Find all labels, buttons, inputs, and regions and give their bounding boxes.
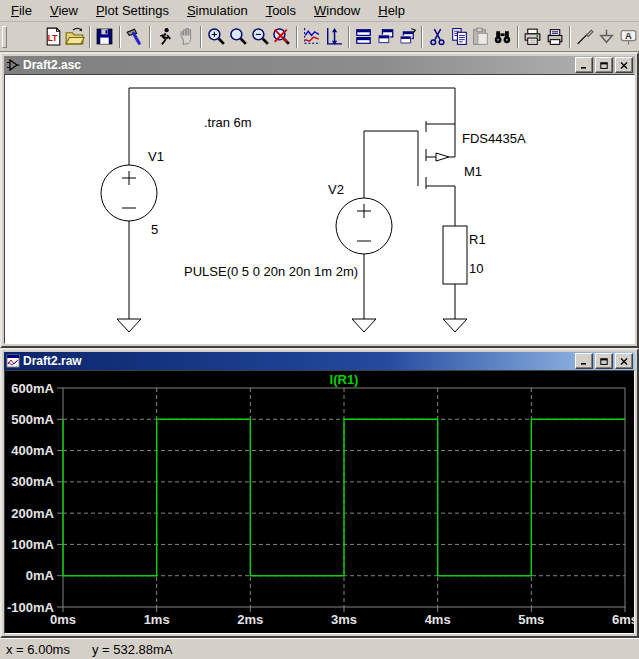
cursor-x-readout: x = 6.00ms xyxy=(6,642,70,657)
menu-plot-settings[interactable]: Plot Settings xyxy=(87,1,178,20)
close-icon xyxy=(620,62,628,69)
find-binoculars-icon xyxy=(492,26,513,47)
save-button[interactable] xyxy=(94,24,116,49)
y-tick-label: 200mA xyxy=(11,506,54,521)
x-tick-label: 0ms xyxy=(50,612,76,627)
save-floppy-icon xyxy=(94,26,115,47)
menu-file[interactable]: File xyxy=(2,1,41,20)
toolbar-gripper[interactable] xyxy=(2,26,7,48)
menu-bar: File View Plot Settings Simulation Tools… xyxy=(0,0,639,22)
y-tick-label: 300mA xyxy=(11,474,54,489)
schematic-window-icon xyxy=(6,58,20,72)
tile-horizontal-icon xyxy=(353,26,374,47)
waveform-plot[interactable]: 600mA500mA400mA300mA200mA100mA0mA-100mA0… xyxy=(5,371,634,633)
halt-hand-icon xyxy=(176,26,197,47)
m1-label[interactable]: M1 xyxy=(464,164,482,179)
r1-value[interactable]: 10 xyxy=(469,261,483,276)
zoom-full-extents-icon xyxy=(271,26,292,47)
zoom-in-button[interactable] xyxy=(205,24,227,49)
autorange-y-button[interactable] xyxy=(323,24,345,49)
schematic-maximize-button[interactable] xyxy=(595,57,613,73)
v1-value[interactable]: 5 xyxy=(151,222,158,237)
schematic-close-button[interactable] xyxy=(615,57,633,73)
tile-vertical-button[interactable] xyxy=(375,24,397,49)
schematic-titlebar[interactable]: Draft2.asc xyxy=(4,56,635,74)
x-tick-label: 5ms xyxy=(518,612,544,627)
x-tick-label: 6ms xyxy=(612,612,634,627)
schematic-window-title: Draft2.asc xyxy=(23,58,572,72)
v1-label[interactable]: V1 xyxy=(148,149,164,164)
menu-window[interactable]: Window xyxy=(305,1,369,20)
autorange-y-icon xyxy=(323,26,344,47)
print-preview-button[interactable] xyxy=(544,24,566,49)
trace-label[interactable]: I(R1) xyxy=(330,372,359,387)
cursor-y-readout: y = 532.88mA xyxy=(92,642,173,657)
waveform-window-title: Draft2.raw xyxy=(23,354,572,368)
schematic-canvas[interactable]: .tran 6m V1 5 V2 PULSE(0 5 0 20n 20n 1m … xyxy=(4,74,635,344)
place-label-icon: A xyxy=(618,26,639,47)
x-tick-label: 2ms xyxy=(237,612,263,627)
place-ground-button[interactable] xyxy=(595,24,617,49)
print-button[interactable] xyxy=(522,24,544,49)
schematic-minimize-button[interactable] xyxy=(575,57,593,73)
toolbar: LT A xyxy=(0,22,639,52)
zoom-area-icon xyxy=(228,26,249,47)
zoom-out-icon xyxy=(250,26,271,47)
autorange-plot-button[interactable] xyxy=(301,24,323,49)
print-preview-icon xyxy=(544,26,565,47)
ground-symbol-v1[interactable] xyxy=(117,319,141,332)
autorange-plot-icon xyxy=(301,26,322,47)
menu-help[interactable]: Help xyxy=(369,1,414,20)
ground-symbol-r1[interactable] xyxy=(443,319,467,332)
tile-vertical-icon xyxy=(375,26,396,47)
draw-wire-icon xyxy=(574,26,595,47)
waveform-titlebar[interactable]: Draft2.raw xyxy=(4,352,635,370)
waveform-minimize-button[interactable] xyxy=(575,353,593,369)
menu-view[interactable]: View xyxy=(41,1,87,20)
draw-wire-button[interactable] xyxy=(574,24,596,49)
r1-label[interactable]: R1 xyxy=(469,232,486,247)
y-tick-label: 600mA xyxy=(11,381,54,396)
zoom-in-icon xyxy=(206,26,227,47)
new-schematic-icon: LT xyxy=(43,26,64,47)
v2-value[interactable]: PULSE(0 5 0 20n 20n 1m 2m) xyxy=(184,264,358,279)
cascade-button[interactable] xyxy=(396,24,418,49)
find-button[interactable] xyxy=(492,24,514,49)
y-tick-label: 500mA xyxy=(11,412,54,427)
control-panel-button[interactable] xyxy=(124,24,146,49)
cut-button[interactable] xyxy=(426,24,448,49)
m1-symbol[interactable] xyxy=(418,88,455,226)
waveform-close-button[interactable] xyxy=(615,353,633,369)
place-label-button[interactable]: A xyxy=(617,24,639,49)
paste-button[interactable] xyxy=(470,24,492,49)
menu-simulation[interactable]: Simulation xyxy=(178,1,257,20)
waveform-maximize-button[interactable] xyxy=(595,353,613,369)
run-button[interactable] xyxy=(154,24,176,49)
m1-model[interactable]: FDS4435A xyxy=(462,131,526,146)
maximize-icon xyxy=(600,358,608,365)
zoom-out-button[interactable] xyxy=(249,24,271,49)
v2-label[interactable]: V2 xyxy=(328,182,344,197)
waveform-plot-area[interactable]: 600mA500mA400mA300mA200mA100mA0mA-100mA0… xyxy=(4,370,635,634)
zoom-area-button[interactable] xyxy=(227,24,249,49)
y-tick-label: 0mA xyxy=(26,568,55,583)
trace-i-r1[interactable] xyxy=(63,419,625,575)
svg-text:LT: LT xyxy=(47,33,57,43)
new-schematic-button[interactable]: LT xyxy=(42,24,64,49)
r1-symbol[interactable] xyxy=(443,226,467,284)
cascade-icon xyxy=(397,26,418,47)
zoom-full-extents-button[interactable] xyxy=(271,24,293,49)
ground-symbol-v2[interactable] xyxy=(352,319,376,332)
copy-icon xyxy=(449,26,470,47)
tran-directive[interactable]: .tran 6m xyxy=(204,115,252,130)
copy-button[interactable] xyxy=(448,24,470,49)
schematic-wires xyxy=(101,88,467,332)
open-button[interactable] xyxy=(64,24,86,49)
y-tick-label: 100mA xyxy=(11,537,54,552)
hammer-icon xyxy=(124,26,145,47)
halt-button[interactable] xyxy=(176,24,198,49)
tile-horizontal-button[interactable] xyxy=(353,24,375,49)
cut-scissors-icon xyxy=(427,26,448,47)
menu-tools[interactable]: Tools xyxy=(257,1,305,20)
minimize-icon xyxy=(580,62,588,69)
